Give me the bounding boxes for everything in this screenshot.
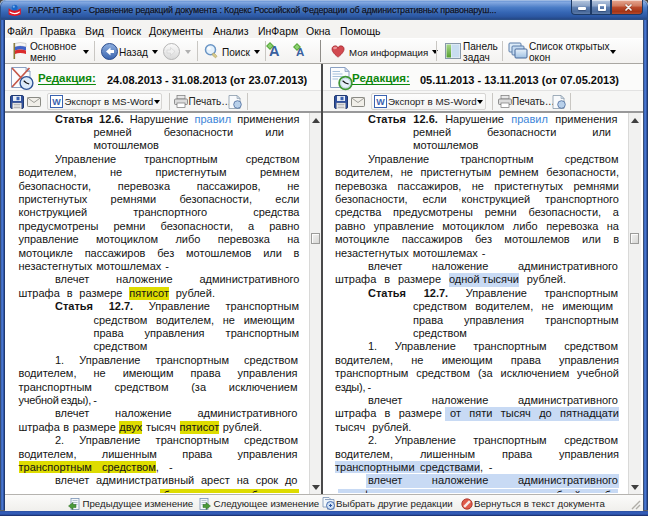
svg-text:W: W	[52, 97, 61, 107]
svg-text:W: W	[376, 97, 385, 107]
